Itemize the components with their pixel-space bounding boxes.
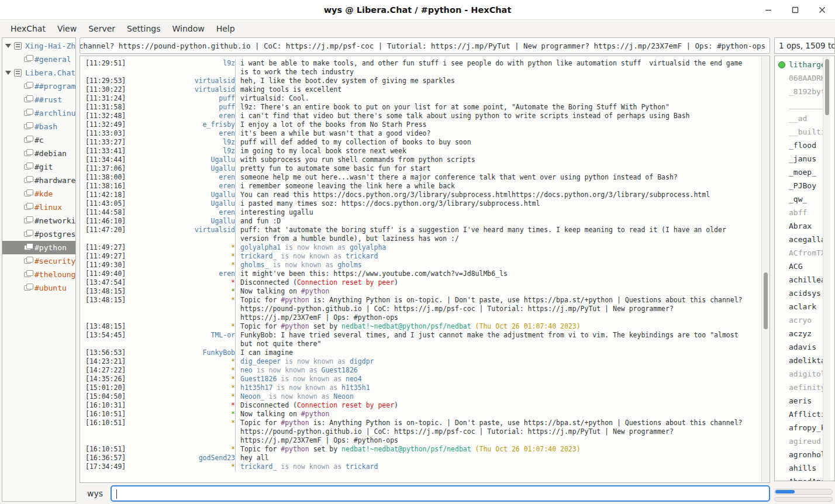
chat-scrollbar[interactable] — [761, 57, 769, 482]
userlist-item[interactable]: ACG — [775, 260, 823, 273]
userlist-item[interactable]: aeris — [775, 394, 823, 408]
userlist-item[interactable]: _moep_ — [775, 165, 823, 179]
expander-icon[interactable] — [5, 44, 11, 48]
userlist-item[interactable]: aefinity — [775, 381, 823, 394]
message-segment: virtualsid: Cool. — [240, 94, 309, 102]
tree-channel-row[interactable]: #archlinux — [2, 106, 75, 120]
chat-row: [11:31:58]puffl9z: There's an entire boo… — [85, 103, 752, 112]
timestamp: [11:33:41] — [85, 147, 126, 156]
chat-row: [11:32:48]ereni can't find that video bu… — [85, 112, 752, 120]
menu-item-window[interactable]: Window — [166, 22, 210, 35]
menu-item-server[interactable]: Server — [82, 22, 121, 35]
userlist-item[interactable]: agireud — [775, 434, 823, 448]
tree-channel-row[interactable]: #debian — [2, 147, 75, 160]
message-text: puff will def added to my collection of … — [235, 138, 752, 147]
message-text: im going to my local book store next wee… — [235, 147, 752, 156]
tree-server-row[interactable]: Libera.Chat — [2, 66, 75, 80]
userlist-nick: Afflictio — [789, 410, 823, 419]
timestamp: [11:49:30] — [85, 261, 126, 270]
tree-channel-row[interactable]: #ubuntu — [2, 281, 75, 295]
menu-item-help[interactable]: Help — [211, 22, 241, 35]
tree-channel-row[interactable]: #c — [2, 133, 75, 147]
nick: virtualsid — [195, 85, 235, 94]
userlist-item[interactable]: acidsys — [775, 286, 823, 300]
userlist-scrollbar-thumb[interactable] — [825, 59, 829, 115]
userlist-item[interactable]: _flood — [775, 139, 823, 152]
menu-item-hexchat[interactable]: HexChat — [5, 22, 51, 35]
tree-channel-row[interactable]: #hardware — [2, 174, 75, 187]
chat-row: [13:48:15]*Topic for #python is: Anythin… — [85, 296, 752, 322]
message-text: trickard_ is now known as trickard — [235, 462, 752, 471]
minimize-button[interactable] — [761, 3, 775, 17]
userlist-item[interactable]: _PJBoy — [775, 179, 823, 192]
userlist-item[interactable]: aczyz — [775, 327, 823, 340]
userlist-item[interactable]: Abrax — [775, 219, 823, 233]
userlist-item[interactable]: adeliktas — [775, 354, 823, 367]
userlist-item[interactable]: adavis — [775, 340, 823, 354]
message-segment: I can imagine — [240, 348, 293, 357]
message-text: Disconnected (Connection reset by peer) — [235, 401, 752, 410]
tree-channel-row[interactable]: #bash — [2, 120, 75, 133]
userlist-item[interactable]: _janus — [775, 152, 823, 165]
userlist-item[interactable]: acegalla- — [775, 233, 823, 246]
tree-channel-row[interactable]: #kde — [2, 187, 75, 201]
userlist-item[interactable]: acryo — [775, 313, 823, 327]
userlist-item[interactable]: AhmedAmer — [775, 475, 823, 481]
menu-item-settings[interactable]: Settings — [121, 22, 166, 35]
userlist-item[interactable]: ACfromTX — [775, 246, 823, 260]
tree-channel-row[interactable]: #security — [2, 254, 75, 268]
chat-row: [11:49:40]erenit might've been this: htt… — [85, 270, 752, 278]
userlist-item[interactable]: __builtin — [775, 125, 823, 139]
maximize-button[interactable] — [788, 3, 802, 17]
userlist-item[interactable]: ahills — [775, 461, 823, 475]
topic-input[interactable]: about this channel? https://pound-python… — [80, 37, 770, 54]
tree-channel-row[interactable]: #python — [2, 241, 75, 254]
tree-channel-row[interactable]: #thelounge — [2, 268, 75, 281]
tree-channel-row[interactable]: #linux — [2, 201, 75, 214]
menu-item-view[interactable]: View — [51, 22, 82, 35]
userlist-item[interactable]: agronholm — [775, 448, 823, 461]
userlist-item[interactable]: _8192byte — [775, 85, 823, 98]
tree-server-label: Xing-Hai-Zhan — [25, 42, 75, 50]
message-segment: You can read this https://docs.python.or… — [240, 191, 710, 199]
tree-channel-row[interactable]: #postgresql — [2, 227, 75, 241]
message-input[interactable] — [111, 485, 770, 502]
userlist-item[interactable]: 068AADRKN — [775, 71, 823, 85]
nick: * — [231, 296, 235, 305]
userlist-item[interactable]: litharge — [775, 58, 823, 71]
chat-row: [11:49:30]*gholms_ is now known as gholm… — [85, 261, 752, 270]
tree-channel-row[interactable]: #general — [2, 53, 75, 66]
userlist-item[interactable]: _qw_ — [775, 192, 823, 206]
timestamp: [11:38:16] — [85, 182, 126, 191]
tree-channel-row[interactable]: #git — [2, 160, 75, 174]
close-button[interactable] — [815, 3, 829, 17]
userlist-scrollbar[interactable] — [823, 57, 830, 480]
userlist-item[interactable]: _________ — [775, 98, 823, 112]
chat-scrollbar-thumb[interactable] — [764, 272, 768, 329]
userlist-nick: _qw_ — [789, 195, 807, 203]
chat-row-meta: [15:04:50]* — [85, 392, 235, 401]
timestamp: [11:31:24] — [85, 94, 126, 103]
userlist-item[interactable]: Afflictio — [775, 408, 823, 421]
message-segment: hey all — [240, 454, 268, 462]
chat-row: [13:56:53]FunkyBobI can imagine — [85, 348, 752, 357]
message-text: l9z: There's an entire book to put on yo… — [235, 103, 752, 112]
expander-icon[interactable] — [5, 71, 11, 75]
userlist-item[interactable]: aclark — [775, 300, 823, 313]
userlist-item[interactable]: achilleas — [775, 273, 823, 286]
userlist-item[interactable]: adigitole — [775, 367, 823, 381]
userlist-item[interactable]: afropy_ke — [775, 421, 823, 434]
userlist-item[interactable]: __ad — [775, 112, 823, 125]
tree-channel-row[interactable]: ##rust — [2, 93, 75, 106]
nick: * — [231, 410, 235, 419]
tree-channel-row[interactable]: #networking — [2, 214, 75, 227]
tree-server-row[interactable]: Xing-Hai-Zhan — [2, 39, 75, 53]
chat-row-meta: [16:10:51]* — [85, 410, 235, 419]
message-text: virtualsid: Cool. — [235, 94, 752, 103]
userlist-item[interactable]: abff — [775, 206, 823, 219]
message-segment: Connection reset by peer — [297, 278, 394, 286]
chat-row: [11:34:44]Ugalluwith subprocess you run … — [85, 156, 752, 164]
timestamp: [11:34:44] — [85, 156, 126, 164]
tree-channel-row[interactable]: ##programming — [2, 80, 75, 93]
channel-icon — [24, 97, 31, 102]
